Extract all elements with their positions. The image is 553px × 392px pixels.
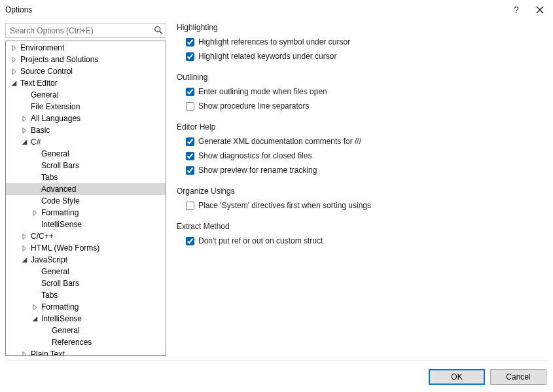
- option-row: Highlight references to symbol under cur…: [186, 35, 546, 49]
- collapse-icon[interactable]: [10, 79, 18, 87]
- option-checkbox[interactable]: [186, 102, 194, 111]
- collapse-icon[interactable]: [20, 138, 28, 146]
- group-title: Outlining: [177, 73, 546, 82]
- option-label[interactable]: Show preview for rename tracking: [198, 166, 317, 175]
- tree-item-label: Tabs: [40, 289, 59, 301]
- expand-icon[interactable]: [20, 115, 28, 122]
- tree-item-label: Advanced: [40, 183, 77, 195]
- tree-item[interactable]: General: [6, 325, 166, 336]
- option-label[interactable]: Show procedure line separators: [198, 101, 309, 111]
- option-label[interactable]: Highlight related keywords under cursor: [198, 52, 336, 61]
- tree-item[interactable]: Scroll Bars: [6, 277, 166, 289]
- tree-item-label: Text Editor: [19, 77, 59, 89]
- tree-item[interactable]: All Languages: [6, 113, 166, 124]
- tree-item-label: General: [29, 89, 60, 101]
- option-row: Enter outlining mode when files open: [186, 84, 546, 99]
- tree-item[interactable]: C/C++: [6, 230, 166, 242]
- tree-item[interactable]: Code Style: [6, 195, 166, 207]
- group-title: Extract Method: [177, 222, 546, 231]
- tree-item[interactable]: Text Editor: [6, 77, 166, 89]
- option-row: Highlight related keywords under cursor: [186, 49, 546, 63]
- tree-item[interactable]: Formatting: [6, 301, 166, 313]
- tree-item[interactable]: C#: [6, 136, 166, 148]
- tree-item[interactable]: JavaScript: [6, 254, 166, 266]
- option-row: Show procedure line separators: [186, 99, 546, 113]
- tree-item[interactable]: IntelliSense: [6, 219, 166, 230]
- expand-icon[interactable]: [20, 244, 28, 252]
- options-dialog: Options ? EnvironmentProjects and Soluti…: [0, 0, 553, 392]
- option-group: OutliningEnter outlining mode when files…: [177, 73, 546, 113]
- tree-item[interactable]: Projects and Solutions: [6, 54, 166, 65]
- tree-item-label: IntelliSense: [40, 313, 83, 325]
- tree-item[interactable]: General: [6, 266, 166, 277]
- tree-item[interactable]: Plain Text: [6, 348, 166, 355]
- tree-item[interactable]: General: [6, 148, 166, 160]
- search-box[interactable]: [5, 23, 166, 38]
- tree-item[interactable]: Basic: [6, 124, 166, 136]
- expand-icon[interactable]: [20, 126, 28, 134]
- close-button[interactable]: [528, 3, 552, 17]
- tree-item-label: Formatting: [40, 207, 80, 219]
- option-checkbox[interactable]: [186, 202, 194, 210]
- tree-item[interactable]: File Extension: [6, 101, 166, 113]
- expand-icon[interactable]: [10, 56, 18, 63]
- expand-icon[interactable]: [10, 44, 18, 52]
- expand-icon[interactable]: [10, 67, 18, 75]
- search-input[interactable]: [6, 24, 166, 37]
- tree-item-label: Code Style: [40, 195, 81, 207]
- tree-item-label: General: [50, 325, 81, 336]
- group-title: Highlighting: [177, 23, 546, 32]
- options-tree[interactable]: EnvironmentProjects and SolutionsSource …: [6, 41, 166, 355]
- tree-item-label: Scroll Bars: [40, 277, 80, 289]
- tree-item-label: HTML (Web Forms): [29, 242, 101, 254]
- expand-icon[interactable]: [20, 350, 28, 355]
- tree-item-label: General: [40, 148, 71, 160]
- tree-item-label: File Extension: [29, 101, 81, 113]
- cancel-button[interactable]: Cancel: [490, 369, 546, 385]
- tree-item[interactable]: Scroll Bars: [6, 160, 166, 171]
- tree-item-label: IntelliSense: [40, 219, 83, 230]
- tree-item[interactable]: Formatting: [6, 207, 166, 219]
- option-label[interactable]: Highlight references to symbol under cur…: [198, 37, 350, 46]
- tree-container: EnvironmentProjects and SolutionsSource …: [5, 41, 166, 356]
- ok-button[interactable]: OK: [429, 369, 485, 385]
- tree-item[interactable]: HTML (Web Forms): [6, 242, 166, 254]
- option-checkbox[interactable]: [186, 38, 194, 46]
- collapse-icon[interactable]: [20, 256, 28, 264]
- search-icon: [154, 26, 163, 35]
- tree-item-label: Tabs: [40, 171, 59, 183]
- expand-icon[interactable]: [31, 209, 39, 217]
- tree-item-label: References: [50, 336, 93, 348]
- expand-icon[interactable]: [31, 303, 39, 311]
- option-row: Place 'System' directives first when sor…: [186, 198, 546, 213]
- tree-item[interactable]: Environment: [6, 42, 166, 54]
- collapse-icon[interactable]: [31, 315, 39, 323]
- tree-item[interactable]: Advanced: [6, 183, 166, 195]
- option-checkbox[interactable]: [186, 166, 194, 175]
- tree-item[interactable]: IntelliSense: [6, 313, 166, 325]
- option-label[interactable]: Generate XML documentation comments for …: [198, 137, 361, 146]
- expand-icon[interactable]: [20, 232, 28, 240]
- option-label[interactable]: Don't put ref or out on custom struct: [198, 236, 323, 245]
- option-checkbox[interactable]: [186, 137, 194, 146]
- option-group: Organize UsingsPlace 'System' directives…: [177, 187, 546, 213]
- option-label[interactable]: Enter outlining mode when files open: [198, 87, 327, 96]
- option-checkbox[interactable]: [186, 152, 194, 160]
- tree-item[interactable]: References: [6, 336, 166, 348]
- option-label[interactable]: Show diagnostics for closed files: [198, 151, 312, 160]
- option-group: HighlightingHighlight references to symb…: [177, 23, 546, 63]
- group-title: Organize Usings: [177, 187, 546, 196]
- help-button[interactable]: ?: [505, 3, 528, 17]
- tree-item[interactable]: General: [6, 89, 166, 101]
- tree-item[interactable]: Source Control: [6, 65, 166, 77]
- option-checkbox[interactable]: [186, 237, 194, 245]
- svg-point-0: [155, 27, 160, 32]
- option-label[interactable]: Place 'System' directives first when sor…: [198, 201, 371, 210]
- option-checkbox[interactable]: [186, 88, 194, 96]
- tree-item[interactable]: Tabs: [6, 171, 166, 183]
- option-checkbox[interactable]: [186, 52, 194, 61]
- tree-item-label: C#: [29, 136, 42, 148]
- option-row: Don't put ref or out on custom struct: [186, 234, 546, 248]
- tree-item[interactable]: Tabs: [6, 289, 166, 301]
- left-panel: EnvironmentProjects and SolutionsSource …: [5, 23, 166, 356]
